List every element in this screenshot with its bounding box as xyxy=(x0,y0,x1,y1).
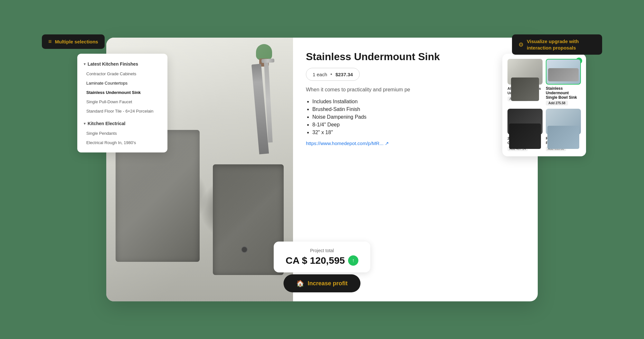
upgrade-panel: All-in-One Stainless Undermount Sink Add… xyxy=(502,54,586,156)
section-finishes-label: Latest Kitchen Finishes xyxy=(88,61,138,67)
feature-4: 8-1/4" Deep xyxy=(312,122,525,128)
product-link[interactable]: https://www.homedepot.com/p/MR... ↗ xyxy=(306,141,525,146)
product-description: When it comes to practicality and premiu… xyxy=(306,86,525,94)
project-total-card: Project total CA $ 120,595 ↑ xyxy=(274,242,370,272)
upgrade-grid: All-in-One Stainless Undermount Sink Add… xyxy=(507,59,581,151)
upgrade-item-granite: 2 Bowl Granite Composite Sink Add 407.14 xyxy=(507,109,543,151)
feature-5: 32" x 18" xyxy=(312,130,525,135)
increase-profit-button[interactable]: 🏠 Increase profit xyxy=(283,274,360,292)
increase-indicator: ↑ xyxy=(348,255,358,266)
dropdown-item-faucet[interactable]: Single Pull-Down Faucet xyxy=(77,97,167,106)
dropdown-item-pendants[interactable]: Single Pendants xyxy=(77,129,167,138)
upgrade-thumb-2 xyxy=(546,59,581,85)
price-label: $237.34 xyxy=(336,72,353,77)
upgrade-item-all-in-one: All-in-One Stainless Undermount Sink Add… xyxy=(507,59,543,105)
chevron-down-icon-2: ▾ xyxy=(84,122,86,126)
tooltip-right-label: Visualize upgrade with interaction propo… xyxy=(527,38,596,51)
tooltip-left-label: Multiple selections xyxy=(55,39,98,44)
section-kitchen-electrical[interactable]: ▾ Kitchen Electrical xyxy=(77,118,167,129)
quantity-label: 1 each xyxy=(313,72,327,77)
section-electrical-label: Kitchen Electrical xyxy=(88,121,126,126)
scene: ≡ Multiple selections ⚙ Visualize upgrad… xyxy=(16,15,628,324)
multiple-selections-tooltip: ≡ Multiple selections xyxy=(42,34,105,49)
profit-icon: 🏠 xyxy=(296,279,304,287)
dropdown-item-laminate[interactable]: Laminate Countertops xyxy=(77,78,167,88)
product-features-list: Includes Installation Brushed-Satin Fini… xyxy=(306,99,525,135)
price-badge: 1 each • $237.34 xyxy=(306,68,360,81)
dropdown-item-sink[interactable]: Stainless Undermount Sink xyxy=(77,88,167,97)
upgrade-item-farmhouse: Reversible Farmhouse Sink Add 633.08 xyxy=(546,109,581,151)
list-icon: ≡ xyxy=(48,38,52,45)
upgrade-label-2: Stainless Undermount Single Bowl Sink xyxy=(546,86,581,100)
feature-2: Brushed-Satin Finish xyxy=(312,106,525,112)
feature-1: Includes Installation xyxy=(312,99,525,105)
visualize-upgrade-tooltip: ⚙ Visualize upgrade with interaction pro… xyxy=(512,34,602,55)
project-total-label: Project total xyxy=(284,248,360,253)
section-kitchen-finishes[interactable]: ▾ Latest Kitchen Finishes xyxy=(77,59,167,69)
price-dot: • xyxy=(330,71,332,77)
sliders-icon: ⚙ xyxy=(518,41,524,48)
product-title: Stainless Undermount Sink xyxy=(306,50,525,63)
dropdown-item-cabinets[interactable]: Contractor Grade Cabinets xyxy=(77,69,167,78)
dropdown-item-tile[interactable]: Standard Floor Tile - 6×24 Porcelain xyxy=(77,106,167,116)
project-total-amount: CA $ 120,595 ↑ xyxy=(284,255,360,266)
dropdown-panel: ▾ Latest Kitchen Finishes Contractor Gra… xyxy=(77,54,167,152)
chevron-down-icon: ▾ xyxy=(84,62,86,66)
upgrade-thumb-3 xyxy=(507,109,543,134)
increase-profit-label: Increase profit xyxy=(308,280,347,287)
upgrade-item-single-bowl: ✓ Stainless Undermount Single Bowl Sink … xyxy=(546,59,581,105)
dropdown-item-electrical[interactable]: Electrical Rough In, 1980's xyxy=(77,138,167,147)
upgrade-thumb-4 xyxy=(546,109,581,134)
main-card: Stainless Undermount Sink 1 each • $237.… xyxy=(106,38,538,301)
total-amount-text: CA $ 120,595 xyxy=(286,255,345,266)
upgrade-thumb-1 xyxy=(507,59,543,85)
feature-3: Noise Dampening Pads xyxy=(312,114,525,120)
upgrade-add-2[interactable]: Add 275.58 xyxy=(546,101,568,105)
